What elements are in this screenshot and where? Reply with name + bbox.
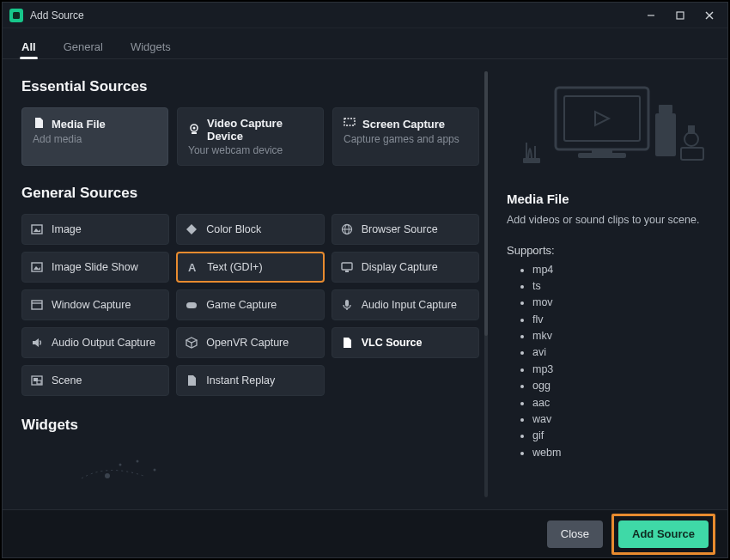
format-item: mov bbox=[532, 295, 712, 311]
essential-card-subtitle: Your webcam device bbox=[188, 144, 313, 156]
format-item: mkv bbox=[532, 328, 712, 344]
format-item: ogg bbox=[532, 378, 712, 394]
titlebar: Add Source bbox=[3, 3, 727, 28]
svg-rect-2 bbox=[677, 12, 684, 19]
source-card-image[interactable]: Image bbox=[21, 214, 169, 245]
svg-rect-16 bbox=[523, 158, 540, 163]
source-card-instant-replay[interactable]: Instant Replay bbox=[176, 365, 324, 396]
source-card-audio-output-capture[interactable]: Audio Output Capture bbox=[21, 327, 169, 358]
image-icon bbox=[31, 223, 43, 235]
main-panel: Essential Sources Media File Add media V… bbox=[3, 59, 491, 509]
source-card-label: Instant Replay bbox=[206, 374, 275, 387]
source-card-text-gdi-[interactable]: Text (GDI+) bbox=[176, 252, 324, 283]
section-title-essential: Essential Sources bbox=[21, 78, 479, 95]
source-card-label: Display Capture bbox=[362, 261, 438, 273]
source-card-scene[interactable]: Scene bbox=[21, 365, 169, 396]
cube-icon bbox=[186, 337, 198, 349]
source-card-label: Audio Output Capture bbox=[52, 337, 155, 349]
side-panel: Media File Add videos or sound clips to … bbox=[491, 59, 727, 509]
window-title: Add Source bbox=[30, 9, 640, 21]
format-item: aac bbox=[532, 395, 712, 411]
side-title: Media File bbox=[507, 192, 712, 206]
add-source-button[interactable]: Add Source bbox=[618, 520, 709, 548]
widgets-decorative-area bbox=[21, 446, 479, 480]
mic-icon bbox=[341, 299, 353, 311]
globe-icon bbox=[341, 223, 353, 235]
tab-bar: AllGeneralWidgets bbox=[3, 28, 727, 59]
color-block-icon bbox=[186, 223, 198, 235]
close-button[interactable] bbox=[698, 6, 721, 25]
tab-label: Widgets bbox=[131, 40, 171, 53]
monitor-icon bbox=[341, 261, 353, 273]
source-card-label: OpenVR Capture bbox=[206, 337, 289, 349]
window-icon bbox=[31, 299, 43, 311]
source-card-audio-input-capture[interactable]: Audio Input Capture bbox=[332, 289, 479, 320]
section-title-widgets: Widgets bbox=[21, 417, 479, 434]
source-card-label: Window Capture bbox=[52, 299, 131, 311]
tab-label: General bbox=[64, 40, 103, 53]
maximize-button[interactable] bbox=[669, 6, 691, 25]
close-dialog-button[interactable]: Close bbox=[547, 520, 603, 548]
app-logo-icon bbox=[9, 9, 23, 22]
essential-card-title: Screen Capture bbox=[362, 118, 445, 131]
svg-point-6 bbox=[154, 469, 156, 472]
format-item: webm bbox=[532, 445, 712, 461]
scrollbar[interactable] bbox=[484, 71, 488, 497]
speaker-icon bbox=[31, 337, 43, 349]
source-card-display-capture[interactable]: Display Capture bbox=[332, 252, 479, 283]
source-card-image-slide-show[interactable]: Image Slide Show bbox=[21, 252, 169, 283]
source-card-color-block[interactable]: Color Block bbox=[176, 214, 324, 245]
section-title-general: General Sources bbox=[21, 185, 479, 202]
formats-list: mp4tsmovflvmkvavimp3oggaacwavgifwebm bbox=[507, 262, 712, 462]
svg-rect-10 bbox=[564, 96, 640, 141]
source-card-browser-source[interactable]: Browser Source bbox=[332, 214, 479, 245]
svg-point-5 bbox=[105, 473, 110, 478]
file-icon bbox=[186, 374, 198, 387]
tab-general[interactable]: General bbox=[62, 35, 105, 58]
source-card-label: Color Block bbox=[206, 223, 261, 235]
essential-card-screen-capture[interactable]: Screen Capture Capture games and apps bbox=[332, 107, 479, 166]
format-item: flv bbox=[532, 312, 712, 328]
text-icon bbox=[186, 261, 198, 273]
source-card-label: Audio Input Capture bbox=[362, 299, 457, 311]
general-sources-grid: Image Color Block Browser Source Image S… bbox=[21, 214, 479, 396]
add-source-highlight: Add Source bbox=[611, 514, 715, 555]
svg-point-8 bbox=[119, 464, 122, 466]
side-illustration bbox=[507, 75, 712, 186]
window-controls bbox=[640, 6, 721, 25]
essential-card-subtitle: Add media bbox=[33, 133, 157, 145]
side-description: Add videos or sound clips to your scene. bbox=[507, 213, 712, 228]
source-card-label: Game Capture bbox=[206, 299, 277, 311]
svg-rect-17 bbox=[655, 113, 676, 156]
tab-widgets[interactable]: Widgets bbox=[129, 35, 173, 58]
add-source-window: Add Source AllGeneralWidgets Essential S… bbox=[2, 2, 728, 558]
format-item: mp4 bbox=[532, 262, 712, 278]
source-card-window-capture[interactable]: Window Capture bbox=[21, 289, 169, 320]
essential-sources-row: Media File Add media Video Capture Devic… bbox=[21, 107, 479, 166]
source-card-vlc-source[interactable]: VLC Source bbox=[332, 327, 479, 358]
svg-rect-21 bbox=[681, 148, 703, 160]
svg-point-19 bbox=[684, 132, 698, 146]
format-item: avi bbox=[532, 344, 712, 361]
file-icon bbox=[33, 117, 45, 131]
essential-card-media-file[interactable]: Media File Add media bbox=[21, 107, 168, 166]
format-item: gif bbox=[532, 428, 712, 444]
tab-all[interactable]: All bbox=[20, 35, 38, 58]
essential-card-title: Video Capture Device bbox=[207, 117, 313, 143]
source-card-label: Scene bbox=[52, 374, 82, 387]
svg-rect-0 bbox=[13, 12, 20, 19]
source-card-label: Text (GDI+) bbox=[207, 261, 262, 273]
side-supports-label: Supports: bbox=[507, 244, 712, 257]
source-card-label: Image Slide Show bbox=[52, 261, 138, 273]
image-icon bbox=[31, 261, 43, 273]
scrollbar-thumb[interactable] bbox=[484, 71, 488, 336]
source-card-openvr-capture[interactable]: OpenVR Capture bbox=[176, 327, 324, 358]
minimize-button[interactable] bbox=[640, 6, 662, 25]
format-item: wav bbox=[532, 411, 712, 428]
source-card-game-capture[interactable]: Game Capture bbox=[176, 289, 324, 320]
essential-card-video-capture-device[interactable]: Video Capture Device Your webcam device bbox=[177, 107, 324, 166]
svg-rect-20 bbox=[688, 125, 695, 134]
format-item: ts bbox=[532, 278, 712, 295]
format-item: mp3 bbox=[532, 362, 712, 378]
source-card-label: Browser Source bbox=[362, 223, 438, 235]
